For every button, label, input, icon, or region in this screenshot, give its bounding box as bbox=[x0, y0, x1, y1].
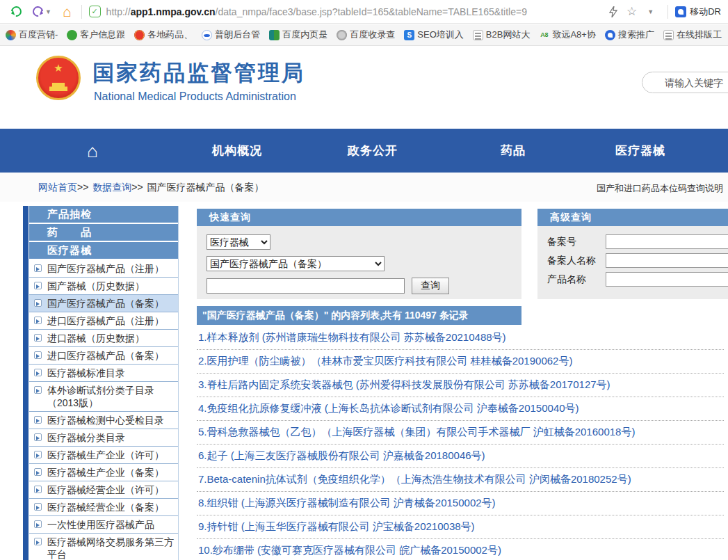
sidebar-header-medical-devices[interactable]: 医疗器械 bbox=[29, 242, 178, 259]
advanced-search-panel: 高级查询 备案号 备案人名称 产品名称 bbox=[537, 209, 728, 299]
arrow-icon bbox=[34, 317, 42, 324]
arrow-icon bbox=[34, 538, 42, 545]
sidebar-item-manufacturer-licensed[interactable]: 医疗器械生产企业（许可） bbox=[29, 447, 178, 464]
bookmark-label: 各地药品、 bbox=[147, 29, 193, 41]
arrow-icon bbox=[34, 299, 42, 307]
refresh-button[interactable] bbox=[11, 6, 22, 17]
table-select[interactable]: 国产医疗器械产品（备案） bbox=[207, 256, 385, 271]
sidebar-item-domestic-history[interactable]: 国产器械（历史数据） bbox=[29, 278, 178, 295]
sidebar-accent-strip bbox=[23, 206, 29, 560]
result-item: 1.样本释放剂 (苏州谱康瑞生物科技有限公司 苏苏械备20210488号) bbox=[197, 326, 724, 350]
url-host: app1.nmpa.gov.cn bbox=[131, 6, 216, 17]
result-link[interactable]: 9.持针钳 (上海玉华医疗器械有限公司 沪宝械备20210038号) bbox=[198, 520, 475, 532]
product-name-input[interactable] bbox=[606, 272, 728, 287]
bars-icon bbox=[269, 30, 280, 40]
bookmark-zhiyuan-a8[interactable]: A8致远A8+协 bbox=[539, 29, 596, 41]
sidebar-header-drugs[interactable]: 药 品 bbox=[29, 224, 178, 241]
page: ▼ ⌂ ✓ http://app1.nmpa.gov.cn/data_nmpa/… bbox=[0, 0, 728, 560]
bookmark-regional-drugs[interactable]: 各地药品、 bbox=[134, 29, 193, 41]
arrow-icon bbox=[34, 503, 42, 511]
bookmark-baidu-marketing[interactable]: 百度营销- bbox=[6, 29, 58, 41]
bookmark-online-typesetting[interactable]: 在线排版工 bbox=[663, 29, 722, 41]
sidebar-item-imported-filed[interactable]: 进口医疗器械产品（备案） bbox=[29, 347, 178, 365]
nav-org-overview[interactable]: 机构概况 bbox=[212, 129, 262, 173]
undo-icon bbox=[31, 4, 45, 19]
sidebar-item-imported-history[interactable]: 进口器械（历史数据） bbox=[29, 330, 178, 347]
home-button[interactable]: ⌂ bbox=[63, 4, 72, 19]
site-search-input[interactable] bbox=[642, 72, 728, 93]
result-link[interactable]: 5.骨科急救器械包（乙包）（上海医疗器械（集团）有限公司手术器械厂 沪虹械备20… bbox=[198, 426, 635, 438]
paw-icon bbox=[6, 30, 16, 40]
barcode-query-info-link[interactable]: 国产和进口药品本位码查询说明 bbox=[597, 182, 723, 195]
result-link[interactable]: 10.纱布绷带 (安徽可赛克医疗器械有限公司 皖广械备20150002号) bbox=[198, 544, 501, 556]
lightning-icon[interactable] bbox=[608, 6, 618, 17]
extension-mobile-dr[interactable]: 移动DR bbox=[675, 6, 721, 18]
breadcrumb-separator: >> bbox=[77, 182, 88, 193]
result-link[interactable]: 7.Beta-catenin抗体试剂（免疫组织化学）（上海杰浩生物技术有限公司 … bbox=[198, 473, 631, 485]
bookmark-customer-info[interactable]: 客户信息跟 bbox=[67, 29, 125, 41]
breadcrumb-bar: 网站首页>> 数据查询>> 国产医疗器械产品（备案） 国产和进口药品本位码查询说… bbox=[0, 173, 728, 202]
sidebar-item-domestic-registered[interactable]: 国产医疗器械产品（注册） bbox=[29, 260, 178, 278]
filer-name-input[interactable] bbox=[606, 253, 728, 268]
sidebar-item-third-party-platform[interactable]: 医疗器械网络交易服务第三方平台 bbox=[29, 534, 178, 560]
security-shield-icon[interactable]: ✓ bbox=[89, 6, 101, 17]
bookmark-label: 在线排版工 bbox=[677, 29, 722, 41]
keyword-input[interactable] bbox=[207, 278, 405, 294]
query-button[interactable]: 查询 bbox=[412, 278, 449, 294]
sidebar-item-distributor-licensed[interactable]: 医疗器械经营企业（许可） bbox=[29, 481, 178, 499]
arrow-icon bbox=[34, 351, 42, 359]
undo-button[interactable]: ▼ bbox=[33, 6, 51, 17]
sidebar-item-label: 一次性使用医疗器械产品 bbox=[47, 519, 154, 530]
sidebar-item-standards-catalog[interactable]: 医疗器械标准目录 bbox=[29, 365, 178, 382]
breadcrumb-data-query-link[interactable]: 数据查询 bbox=[92, 182, 131, 193]
arrow-icon bbox=[34, 433, 42, 441]
result-item: 2.医用护理（防尘瞒被）（桂林市爱宝贝医疗科技有限公司 桂桂械备20190062… bbox=[197, 350, 724, 374]
breadcrumb-home-link[interactable]: 网站首页 bbox=[38, 182, 77, 193]
sidebar-item-imported-registered[interactable]: 进口医疗器械产品（注册） bbox=[29, 312, 178, 330]
nav-home[interactable]: ⌂ bbox=[87, 129, 99, 173]
site-subtitle: National Medical Products Administration bbox=[94, 90, 296, 103]
sidebar-item-manufacturer-filed[interactable]: 医疗器械生产企业（备案） bbox=[29, 464, 178, 481]
result-link[interactable]: 3.脊柱后路内固定系统安装器械包 (苏州爱得科技发展股份有限公司 苏苏械备201… bbox=[198, 378, 610, 390]
sidebar-item-testing-center-catalog[interactable]: 医疗器械检测中心受检目录 bbox=[29, 412, 178, 429]
bookmark-pulang-admin[interactable]: 普朗后台管 bbox=[202, 29, 260, 41]
nav-medical-devices[interactable]: 医疗器械 bbox=[615, 129, 665, 173]
bookmark-baidu-innerpage[interactable]: 百度内页是 bbox=[269, 29, 327, 41]
result-item: 6.起子 (上海三友医疗器械股份有限公司 沪嘉械备20180046号) bbox=[197, 445, 724, 468]
result-link[interactable]: 8.组织钳 (上海源兴医疗器械制造有限公司 沪青械备20150002号) bbox=[198, 497, 496, 509]
result-link[interactable]: 4.免疫组化抗原修复缓冲液 (上海长岛抗体诊断试剂有限公司 沪奉械备201500… bbox=[198, 402, 579, 414]
bookmark-baidu-index-check[interactable]: 百度收录查 bbox=[337, 29, 395, 41]
sidebar-item-ivd-classification[interactable]: 体外诊断试剂分类子目录（2013版） bbox=[29, 382, 178, 412]
nav-drugs[interactable]: 药品 bbox=[501, 129, 526, 173]
breadcrumb: 网站首页>> 数据查询>> 国产医疗器械产品（备案） bbox=[38, 182, 264, 194]
gear-icon bbox=[337, 30, 347, 40]
sidebar-item-domestic-filed[interactable]: 国产医疗器械产品（备案） bbox=[29, 295, 178, 312]
address-bar[interactable]: http://app1.nmpa.gov.cn/data_nmpa/face3/… bbox=[106, 6, 604, 17]
arrow-icon bbox=[34, 282, 42, 289]
bookmark-search-promotion[interactable]: 搜索推广 bbox=[605, 29, 654, 41]
result-link[interactable]: 2.医用护理（防尘瞒被）（桂林市爱宝贝医疗科技有限公司 桂桂械备20190062… bbox=[198, 355, 572, 367]
result-item: 10.纱布绷带 (安徽可赛克医疗器械有限公司 皖广械备20150002号) bbox=[197, 539, 724, 560]
sidebar-item-classification-catalog[interactable]: 医疗器械分类目录 bbox=[29, 429, 178, 447]
sidebar-item-label: 国产器械（历史数据） bbox=[47, 280, 145, 291]
arrow-icon bbox=[34, 334, 42, 342]
nav-gov-affairs[interactable]: 政务公开 bbox=[348, 129, 398, 173]
sidebar-item-single-use-devices[interactable]: 一次性使用医疗器械产品 bbox=[29, 516, 178, 534]
extension-label: 移动DR bbox=[690, 6, 721, 18]
sidebar-item-label: 医疗器械经营企业（许可） bbox=[47, 484, 164, 495]
favorites-caret-icon[interactable]: ▼ bbox=[647, 8, 654, 15]
result-link[interactable]: 6.起子 (上海三友医疗器械股份有限公司 沪嘉械备20180046号) bbox=[198, 449, 485, 461]
bookmark-b2b-sites[interactable]: B2B网站大 bbox=[473, 29, 531, 41]
url-path: /data_nmpa/face3/base.jsp?tableId=165&ta… bbox=[216, 6, 527, 17]
sidebar-header-product-sampling[interactable]: 产品抽检 bbox=[29, 206, 178, 223]
category-select[interactable]: 医疗器械 bbox=[207, 234, 270, 250]
filing-number-input[interactable] bbox=[606, 234, 728, 249]
result-item: 3.脊柱后路内固定系统安装器械包 (苏州爱得科技发展股份有限公司 苏苏械备201… bbox=[197, 374, 724, 397]
favorite-star-icon[interactable]: ☆ bbox=[626, 6, 637, 17]
bookmark-seo-training[interactable]: SSEO培训入 bbox=[404, 29, 463, 41]
browser-toolbar: ▼ ⌂ ✓ http://app1.nmpa.gov.cn/data_nmpa/… bbox=[0, 0, 728, 24]
result-link[interactable]: 1.样本释放剂 (苏州谱康瑞生物科技有限公司 苏苏械备20210488号) bbox=[198, 331, 506, 343]
sidebar-item-distributor-filed[interactable]: 医疗器械经营企业（备案） bbox=[29, 499, 178, 516]
sidebar-item-label: 医疗器械生产企业（备案） bbox=[47, 467, 164, 478]
results-list: 1.样本释放剂 (苏州谱康瑞生物科技有限公司 苏苏械备20210488号) 2.… bbox=[197, 326, 724, 560]
